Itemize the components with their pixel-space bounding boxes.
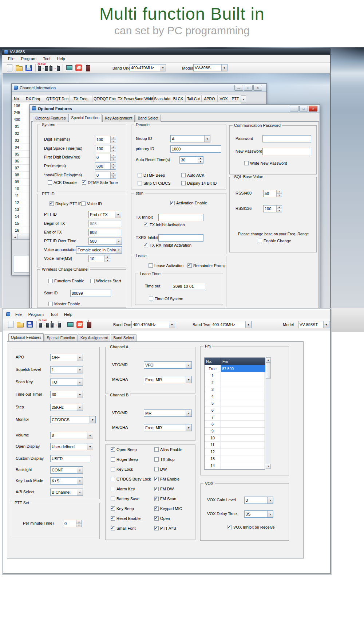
open-beep-checkbox[interactable]: Open Beep [111, 447, 137, 452]
tx-stop-checkbox[interactable]: TX Stop [154, 457, 175, 462]
open-checkbox[interactable]: Open [154, 516, 170, 521]
vertical-scrollbar[interactable]: ▲ ▼ [266, 357, 271, 469]
function-enable-checkbox[interactable]: Functiom Enable [48, 279, 84, 283]
reset-enable-checkbox[interactable]: Reset Enable [111, 516, 141, 521]
band-one-select[interactable]: 400-470MHz ▼ [130, 64, 166, 71]
spin-down-icon[interactable]: ▼ [198, 160, 203, 164]
primary-id-input[interactable]: 1000 [170, 145, 221, 153]
spinner-buttons[interactable]: ▲▼ [110, 172, 116, 179]
enable-change-checkbox[interactable]: Enable Change [258, 239, 291, 243]
master-enable-checkbox[interactable]: Master Enable [48, 302, 80, 306]
tx-inhibit-activation-checkbox[interactable]: TX Inhibit Activation [144, 223, 185, 227]
rssi136-spinner[interactable]: 100▲▼ [263, 205, 282, 212]
squelch-level-select[interactable]: 1▼ [50, 366, 83, 373]
spin-down-icon[interactable]: ▼ [111, 158, 116, 161]
volume-select[interactable]: 8▼ [50, 432, 93, 439]
column-header[interactable]: TX Power [117, 95, 135, 102]
spin-down-icon[interactable]: ▼ [105, 259, 110, 262]
chevron-down-icon[interactable]: ▼ [77, 367, 83, 373]
close-button[interactable]: ✕ [309, 106, 317, 111]
write-new-password-checkbox[interactable]: Write New Password [244, 161, 287, 165]
chevron-down-icon[interactable]: ▼ [77, 379, 83, 385]
maximize-button[interactable]: □ [299, 106, 308, 111]
tx-inhibit-input[interactable] [158, 214, 203, 221]
begin-of-tx-input[interactable]: 808 [88, 220, 121, 227]
chevron-down-icon[interactable]: ▼ [87, 443, 93, 450]
spin-down-icon[interactable]: ▼ [277, 209, 282, 212]
tab-key-assignment[interactable]: Key Assignment [78, 334, 110, 341]
vox-gain-select[interactable]: 3▼ [244, 497, 273, 504]
dtmf-side-tone-checkbox[interactable]: DTMF Side Tone [82, 180, 118, 185]
spinner-buttons[interactable]: ▲▼ [104, 255, 110, 262]
chevron-down-icon[interactable]: ▼ [323, 321, 329, 328]
channel-a-mr-cha-select[interactable]: Freq. MR▼ [144, 376, 192, 383]
band-one-select[interactable]: 400-470MHz▼ [131, 321, 175, 328]
key-beep-checkbox[interactable]: Key Beep [111, 506, 134, 511]
time-out-timer-select[interactable]: 30▼ [50, 391, 83, 398]
chevron-down-icon[interactable]: ▼ [267, 497, 273, 503]
group-id-select[interactable]: A▼ [170, 135, 210, 142]
battery-save-checkbox[interactable]: Battery Save [111, 497, 139, 501]
scroll-left-icon[interactable]: ◀ [12, 234, 18, 240]
minimize-button[interactable]: — [290, 106, 298, 111]
display-14bit-checkbox[interactable]: Dispaly 14 Bit ID [181, 181, 217, 185]
fm-value[interactable] [221, 386, 265, 393]
chevron-down-icon[interactable]: ▼ [115, 211, 121, 218]
fm-value[interactable] [221, 414, 265, 420]
spin-up-icon[interactable]: ▲ [111, 136, 116, 140]
spinner-buttons[interactable]: ▲▼ [110, 163, 116, 169]
channel-titlebar[interactable]: Channel Information [12, 84, 266, 92]
remainder-prompt-checkbox[interactable]: Remainder Promp [187, 263, 225, 268]
spin-up-icon[interactable]: ▲ [198, 157, 203, 160]
chevron-down-icon[interactable]: ▼ [87, 432, 93, 439]
ptt-a-b-checkbox[interactable]: PTT A=B [154, 526, 176, 530]
handheld-radio-button[interactable] [84, 63, 92, 72]
vox-inhibit-checkbox[interactable]: VOX Inhibit on Receive [228, 525, 275, 529]
chevron-down-icon[interactable]: ▼ [77, 404, 83, 411]
lease-activation-checkbox[interactable]: Lease Activation [149, 263, 183, 268]
scroll-up-icon[interactable]: ▲ [266, 357, 271, 363]
dtmf-beep-checkbox[interactable]: DTMF Beep [138, 173, 165, 177]
column-header[interactable]: Band Width [135, 95, 154, 102]
menu-help[interactable]: Help [61, 311, 75, 318]
open-file-button[interactable] [15, 63, 23, 72]
fm-scan-checkbox[interactable]: FM Scan [154, 497, 176, 501]
tab-band-select[interactable]: Band Select [135, 115, 161, 122]
ptt-id-over-time-select[interactable]: 500▼ [88, 238, 122, 245]
custom-display-input[interactable]: USER [50, 455, 91, 462]
read-from-radio-button[interactable]: → [39, 320, 50, 329]
save-button[interactable] [24, 63, 33, 72]
spinner-buttons[interactable]: ▲▼ [276, 205, 282, 212]
per-minute-spinner[interactable]: 0▲▼ [63, 520, 82, 527]
spinner-buttons[interactable]: ▲▼ [198, 157, 203, 163]
chevron-down-icon[interactable]: ▼ [77, 391, 83, 398]
spin-down-icon[interactable]: ▼ [111, 166, 116, 170]
fm-value[interactable] [221, 407, 265, 414]
fm-enable-checkbox[interactable]: FM Enable [154, 477, 179, 481]
chevron-down-icon[interactable]: ▼ [186, 376, 191, 383]
channel-a-vfo-mr-select[interactable]: VFO▼ [144, 361, 192, 369]
txrx-inhibit-input[interactable] [158, 234, 203, 242]
channel-b-vfo-mr-select[interactable]: MR▼ [144, 409, 192, 417]
fm-value[interactable] [221, 379, 265, 386]
chevron-down-icon[interactable]: ▼ [186, 362, 191, 368]
dw-checkbox[interactable]: DW [154, 467, 167, 471]
chevron-down-icon[interactable]: ▼ [77, 467, 83, 473]
digit-time-spinner[interactable]: 100▲▼ [95, 136, 116, 143]
titlebar[interactable]: VV-898S [2, 49, 330, 55]
scrollbar-thumb[interactable] [266, 363, 271, 379]
keypad-mic-checkbox[interactable]: Keypad MIC [154, 506, 182, 511]
chevron-down-icon[interactable]: ▼ [90, 416, 95, 423]
time-out-input[interactable]: 2099-10-01 [172, 283, 205, 290]
display-ptt-id-checkbox[interactable]: Display PTT ID [50, 201, 82, 206]
spin-up-icon[interactable]: ▲ [111, 154, 116, 158]
auto-reset-spinner[interactable]: 30▲▼ [179, 156, 203, 164]
column-header[interactable]: Scan Add [154, 95, 171, 102]
chevron-down-icon[interactable]: ▼ [116, 247, 122, 253]
ct-dcs-busy-lock-checkbox[interactable]: CT/DCS Busy Lock [111, 477, 151, 481]
menu-program[interactable]: Program [18, 55, 39, 62]
tab-optional-features[interactable]: Optional Features [33, 115, 68, 122]
spin-down-icon[interactable]: ▼ [111, 176, 116, 179]
ptt-id-select[interactable]: End of TX▼ [88, 211, 121, 218]
read-from-radio-button[interactable]: → [37, 63, 48, 72]
